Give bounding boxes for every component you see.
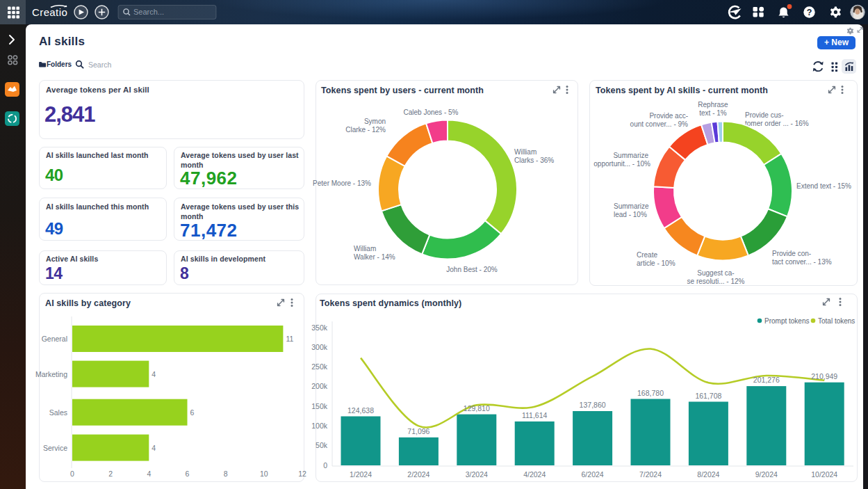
svg-text:Search...: Search... bbox=[133, 8, 164, 16]
svg-text:Creatio: Creatio bbox=[32, 6, 67, 18]
svg-text:?: ? bbox=[807, 8, 812, 17]
